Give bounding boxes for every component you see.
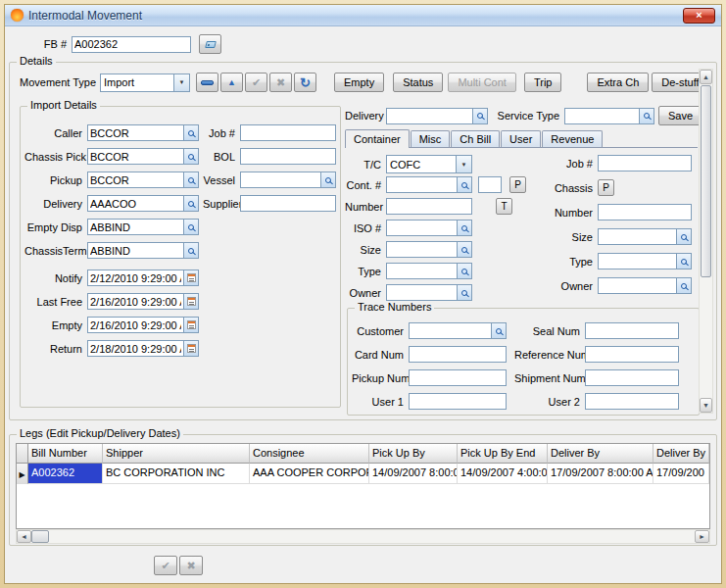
chassis-type-lookup-button[interactable] — [676, 254, 691, 269]
scroll-track[interactable] — [49, 530, 695, 543]
last-free-input[interactable] — [88, 294, 183, 309]
empty-date-button[interactable] — [183, 318, 198, 332]
cont-p-button[interactable]: P — [509, 176, 526, 193]
pickup-num-input[interactable] — [409, 369, 507, 386]
size-lookup-button[interactable] — [457, 242, 471, 257]
panel-delivery-input[interactable] — [387, 109, 472, 123]
size-field[interactable] — [386, 241, 472, 258]
notify-input[interactable] — [88, 270, 183, 285]
size-input[interactable] — [387, 242, 457, 257]
iso-input[interactable] — [387, 220, 457, 235]
cell-pick-up-by[interactable]: 14/09/2007 8:00:0 — [369, 464, 458, 484]
iso-field[interactable] — [386, 220, 472, 236]
customer-input[interactable] — [410, 323, 491, 338]
cell-bill-number[interactable]: A002362 — [28, 464, 103, 484]
notify-field[interactable] — [87, 270, 199, 286]
tab-misc[interactable]: Misc — [411, 130, 451, 147]
user-2-input[interactable] — [585, 393, 679, 410]
cell-consignee[interactable]: AAA COOPER CORPOR — [250, 464, 369, 484]
last-free-date-button[interactable] — [183, 294, 198, 309]
empty-date-field[interactable] — [87, 317, 199, 333]
last-free-field[interactable] — [87, 293, 199, 310]
pickup-field[interactable] — [87, 172, 199, 188]
rect-icon-button[interactable] — [196, 73, 218, 92]
service-type-input[interactable] — [565, 109, 639, 123]
scroll-up-button[interactable] — [700, 70, 712, 84]
chassis-pick-field[interactable] — [87, 148, 199, 165]
col-bill-number[interactable]: Bill Number — [28, 444, 103, 464]
return-input[interactable] — [88, 341, 183, 356]
customer-lookup-button[interactable] — [491, 323, 506, 338]
scroll-down-button[interactable] — [700, 398, 712, 413]
scroll-thumb[interactable] — [701, 85, 711, 277]
type-lookup-button[interactable] — [457, 264, 471, 278]
empty-disp-input[interactable] — [88, 220, 183, 234]
tab-ch-bill[interactable]: Ch Bill — [451, 130, 500, 147]
chassis-size-field[interactable] — [598, 228, 692, 245]
cont-num-input[interactable] — [387, 177, 457, 192]
col-consignee[interactable]: Consignee — [250, 444, 369, 464]
chassis-term-lookup-button[interactable] — [183, 243, 198, 258]
empty-disp-field[interactable] — [87, 219, 199, 235]
save-button[interactable]: Save — [658, 106, 702, 125]
scroll-right-button[interactable] — [695, 530, 709, 543]
type-input[interactable] — [387, 264, 457, 278]
delivery-lookup-button[interactable] — [183, 196, 198, 211]
cont-check-digit-input[interactable] — [478, 176, 502, 193]
col-deliver-by[interactable]: Deliver By — [548, 444, 653, 464]
cont-num-field[interactable] — [386, 176, 472, 193]
bol-input[interactable] — [240, 148, 336, 165]
return-field[interactable] — [87, 340, 199, 357]
title-bar[interactable]: Intermodal Movement — [5, 5, 721, 26]
seal-num-input[interactable] — [585, 322, 679, 339]
chassis-number-input[interactable] — [598, 204, 692, 220]
panel-delivery-field[interactable] — [386, 108, 488, 124]
vessel-field[interactable] — [240, 172, 336, 188]
service-type-field[interactable] — [564, 108, 654, 124]
owner-field[interactable] — [386, 284, 472, 301]
fb-field[interactable] — [72, 36, 191, 53]
caller-input[interactable] — [88, 125, 183, 140]
legs-confirm-button[interactable] — [154, 556, 177, 575]
caller-field[interactable] — [87, 124, 199, 141]
chassis-owner-field[interactable] — [598, 277, 692, 294]
chevron-down-icon[interactable] — [173, 74, 189, 91]
close-button[interactable] — [683, 8, 715, 24]
caller-lookup-button[interactable] — [183, 125, 198, 140]
iso-lookup-button[interactable] — [457, 220, 471, 235]
tab-container[interactable]: Container — [345, 129, 410, 148]
reference-num-input[interactable] — [585, 346, 679, 363]
up-arrow-button[interactable] — [220, 73, 243, 92]
pickup-input[interactable] — [88, 172, 183, 187]
chassis-type-field[interactable] — [598, 253, 692, 270]
owner-input[interactable] — [387, 285, 457, 300]
delivery-input[interactable] — [88, 196, 183, 211]
legs-grid[interactable]: Bill Number Shipper Consignee Pick Up By… — [16, 443, 710, 529]
chassis-owner-input[interactable] — [599, 278, 676, 293]
chassis-p-button[interactable]: P — [598, 179, 614, 196]
chassis-pick-lookup-button[interactable] — [183, 149, 198, 164]
cont-num-lookup-button[interactable] — [457, 177, 471, 192]
fb-tag-button[interactable] — [199, 34, 221, 54]
scroll-thumb[interactable] — [31, 530, 49, 543]
vessel-input[interactable] — [241, 172, 320, 187]
tc-select[interactable]: COFC — [386, 155, 472, 173]
chassis-term-input[interactable] — [88, 243, 183, 258]
tab-user[interactable]: User — [501, 130, 541, 147]
cell-deliver-by-end[interactable]: 17/09/200 — [653, 464, 709, 484]
row-selector[interactable] — [17, 464, 28, 484]
details-vertical-scrollbar[interactable] — [699, 69, 713, 414]
cont-t-button[interactable]: T — [496, 198, 512, 215]
cell-shipper[interactable]: BC CORPORATION INC — [103, 464, 250, 484]
empty-date-input[interactable] — [88, 318, 183, 332]
movement-type-select[interactable]: Import — [100, 74, 190, 92]
refresh-button[interactable] — [294, 73, 316, 92]
col-pick-up-by-end[interactable]: Pick Up By End — [458, 444, 548, 464]
chassis-owner-lookup-button[interactable] — [676, 278, 691, 293]
user-1-input[interactable] — [409, 393, 507, 410]
cell-pick-up-by-end[interactable]: 14/09/2007 4:00:0 — [458, 464, 548, 484]
card-num-input[interactable] — [409, 346, 507, 363]
shipment-num-input[interactable] — [585, 369, 679, 386]
empty-disp-lookup-button[interactable] — [183, 220, 198, 234]
job-input[interactable] — [240, 124, 336, 141]
